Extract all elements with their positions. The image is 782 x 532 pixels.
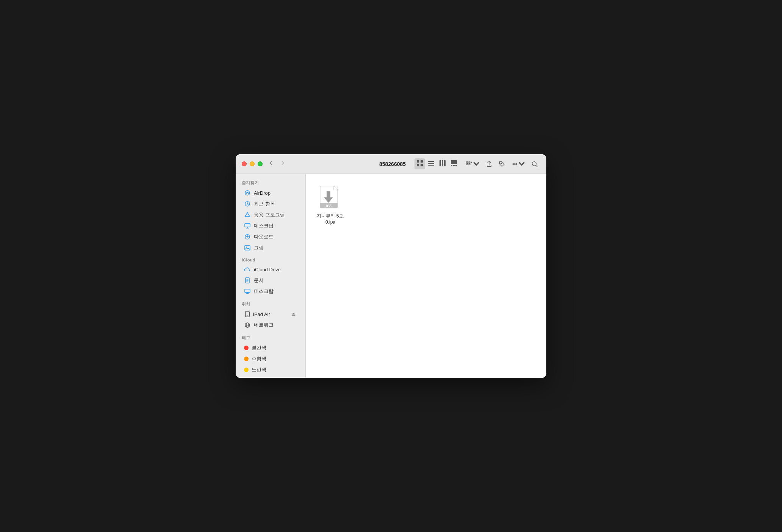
sidebar-item-green-tag[interactable]: 초록색 bbox=[238, 376, 303, 378]
maximize-button[interactable] bbox=[258, 161, 263, 166]
desktop-label: 데스크탑 bbox=[254, 222, 274, 229]
svg-point-22 bbox=[532, 161, 536, 166]
nav-buttons bbox=[266, 159, 288, 169]
svg-point-18 bbox=[501, 163, 502, 164]
eject-icon[interactable]: ⏏ bbox=[291, 311, 296, 317]
sidebar-item-icloud-drive[interactable]: iCloud Drive bbox=[238, 264, 303, 275]
icloud-desktop-label: 데스크탑 bbox=[254, 288, 274, 295]
svg-line-23 bbox=[536, 165, 537, 167]
svg-rect-15 bbox=[469, 161, 470, 163]
network-label: 네트워크 bbox=[254, 322, 274, 329]
svg-point-25 bbox=[247, 192, 248, 193]
documents-label: 문서 bbox=[254, 277, 264, 284]
pictures-icon bbox=[244, 244, 251, 251]
sidebar-item-orange-tag[interactable]: 주황색 bbox=[238, 354, 303, 364]
content-area: 즐겨찾기 AirDrop bbox=[236, 174, 546, 378]
recent-label: 최근 항목 bbox=[254, 200, 275, 207]
traffic-lights bbox=[242, 161, 263, 166]
file-item-ipa[interactable]: IPA 지니뮤직 5.2.0.ipa bbox=[313, 182, 347, 228]
sidebar-item-ipad-air[interactable]: iPad Air ⏏ bbox=[238, 309, 303, 319]
red-dot bbox=[244, 346, 249, 350]
sidebar-item-pictures[interactable]: 그림 bbox=[238, 243, 303, 253]
svg-rect-29 bbox=[245, 246, 250, 250]
favorites-section: 즐겨찾기 AirDrop bbox=[236, 178, 305, 253]
forward-button[interactable] bbox=[277, 159, 288, 169]
icloud-title: iCloud bbox=[236, 256, 305, 264]
titlebar: 858266085 bbox=[236, 154, 546, 174]
more-button[interactable] bbox=[509, 159, 527, 169]
favorites-title: 즐겨찾기 bbox=[236, 178, 305, 187]
tag-button[interactable] bbox=[496, 159, 508, 169]
search-button[interactable] bbox=[529, 159, 540, 169]
svg-rect-10 bbox=[451, 160, 457, 164]
icloud-icon bbox=[244, 266, 251, 273]
svg-rect-11 bbox=[451, 165, 452, 166]
sidebar-item-red-tag[interactable]: 빨간색 bbox=[238, 343, 303, 353]
sidebar-item-icloud-desktop[interactable]: 데스크탑 bbox=[238, 286, 303, 297]
view-columns-button[interactable] bbox=[437, 158, 448, 169]
svg-point-20 bbox=[515, 163, 516, 164]
file-name: 지니뮤직 5.2.0.ipa bbox=[316, 213, 344, 225]
svg-rect-32 bbox=[245, 289, 250, 293]
svg-rect-0 bbox=[417, 160, 419, 163]
view-grid-button[interactable] bbox=[414, 158, 425, 169]
svg-rect-5 bbox=[428, 163, 434, 164]
sidebar: 즐겨찾기 AirDrop bbox=[236, 174, 306, 378]
locations-section: 위치 iPad Air ⏏ bbox=[236, 300, 305, 330]
orange-tag-label: 주황색 bbox=[252, 355, 266, 362]
window-title: 858266085 bbox=[379, 161, 406, 167]
pictures-label: 그림 bbox=[254, 244, 264, 251]
network-icon bbox=[244, 322, 251, 329]
svg-rect-9 bbox=[444, 160, 446, 166]
group-button[interactable] bbox=[464, 159, 482, 169]
documents-icon bbox=[244, 277, 251, 284]
sidebar-item-airdrop[interactable]: AirDrop bbox=[238, 188, 303, 198]
icloud-desktop-icon bbox=[244, 288, 251, 295]
yellow-dot bbox=[244, 368, 249, 372]
red-tag-label: 빨간색 bbox=[252, 344, 266, 351]
view-controls bbox=[414, 158, 459, 169]
yellow-tag-label: 노란색 bbox=[252, 366, 266, 373]
airdrop-label: AirDrop bbox=[254, 190, 271, 196]
minimize-button[interactable] bbox=[250, 161, 255, 166]
svg-rect-2 bbox=[417, 164, 419, 166]
ipad-icon bbox=[244, 311, 251, 318]
sidebar-item-recent[interactable]: 최근 항목 bbox=[238, 199, 303, 209]
title-area: 858266085 bbox=[376, 161, 406, 167]
svg-rect-7 bbox=[439, 160, 441, 166]
sidebar-item-yellow-tag[interactable]: 노란색 bbox=[238, 365, 303, 375]
recent-icon bbox=[244, 200, 251, 207]
sidebar-item-desktop[interactable]: 데스크탑 bbox=[238, 221, 303, 231]
svg-rect-17 bbox=[469, 163, 470, 165]
file-icon: IPA bbox=[318, 185, 343, 212]
svg-rect-12 bbox=[453, 165, 455, 166]
close-button[interactable] bbox=[242, 161, 247, 166]
airdrop-icon bbox=[244, 189, 251, 196]
share-button[interactable] bbox=[483, 159, 495, 169]
icloud-section: iCloud iCloud Drive bbox=[236, 256, 305, 297]
svg-point-19 bbox=[513, 163, 514, 164]
toolbar-right bbox=[414, 158, 540, 169]
svg-rect-4 bbox=[428, 161, 434, 162]
sidebar-item-network[interactable]: 네트워크 bbox=[238, 320, 303, 330]
svg-rect-27 bbox=[245, 224, 250, 227]
back-button[interactable] bbox=[266, 159, 277, 169]
svg-rect-6 bbox=[428, 165, 434, 166]
view-list-button[interactable] bbox=[426, 158, 436, 169]
svg-rect-14 bbox=[467, 161, 468, 163]
apps-icon bbox=[244, 211, 251, 218]
sidebar-item-apps[interactable]: 응용 프로그램 bbox=[238, 210, 303, 220]
svg-rect-8 bbox=[442, 160, 443, 166]
view-gallery-button[interactable] bbox=[449, 158, 459, 169]
finder-window: 858266085 bbox=[236, 154, 546, 378]
sidebar-item-downloads[interactable]: 다운로드 bbox=[238, 232, 303, 242]
svg-point-21 bbox=[516, 163, 517, 164]
sidebar-item-documents[interactable]: 문서 bbox=[238, 275, 303, 286]
svg-rect-16 bbox=[467, 163, 468, 165]
locations-title: 위치 bbox=[236, 300, 305, 308]
desktop-icon bbox=[244, 222, 251, 229]
apps-label: 응용 프로그램 bbox=[254, 211, 285, 218]
downloads-icon bbox=[244, 233, 251, 240]
main-content: IPA 지니뮤직 5.2.0.ipa bbox=[306, 174, 546, 378]
orange-dot bbox=[244, 357, 249, 361]
